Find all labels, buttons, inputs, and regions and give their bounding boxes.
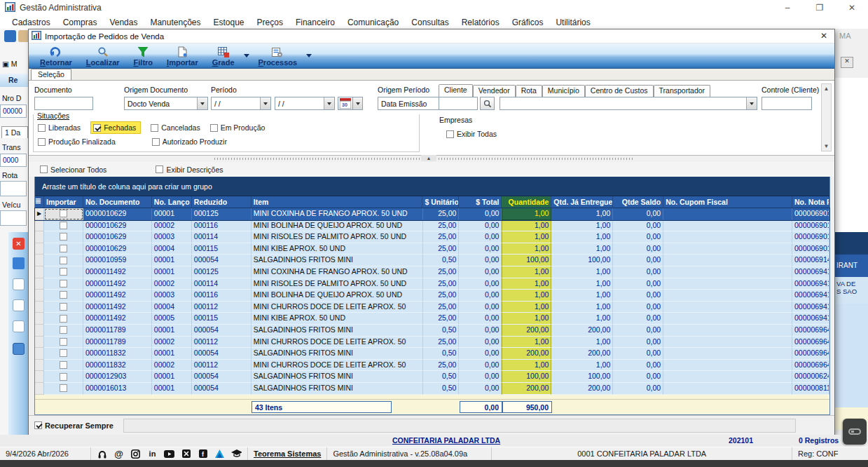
page-icon[interactable] <box>13 320 25 332</box>
row-selector[interactable] <box>35 337 44 348</box>
search-icon[interactable] <box>480 97 495 110</box>
restore-button[interactable]: ❐ <box>804 0 836 15</box>
entity-tab-municipio[interactable]: Município <box>542 85 585 97</box>
facebook-icon[interactable]: f <box>198 449 208 459</box>
processos-button[interactable]: Processos <box>252 43 305 68</box>
row-selector[interactable] <box>35 313 44 325</box>
table-row[interactable]: 000001601300001000054SALGADINHOS FRITOS … <box>35 383 829 395</box>
controle-cliente-input[interactable] <box>762 97 812 110</box>
situacao-checkbox-em-producao[interactable]: Em Produção <box>210 123 266 132</box>
menu-item-graficos[interactable]: Gráficos <box>506 18 550 27</box>
menu-item-vendas[interactable]: Vendas <box>103 18 144 27</box>
checkbox-box[interactable] <box>60 326 67 334</box>
checkbox-box[interactable] <box>446 130 454 138</box>
table-row[interactable]: 000001149200002000114MINI RISOLES DE PAL… <box>35 278 829 290</box>
table-row[interactable]: ▶000001062900001000125MINI COXINHA DE FR… <box>35 208 829 220</box>
origem-documento-select[interactable]: Docto Venda <box>124 97 208 110</box>
column-header-red[interactable]: Reduzido <box>192 196 252 208</box>
close-box-fragment[interactable]: ✕ <box>841 57 853 68</box>
building-icon[interactable] <box>4 30 16 42</box>
table-row[interactable]: 000001149200001000125MINI COXINHA DE FRA… <box>35 266 829 278</box>
menu-item-consultas[interactable]: Consultas <box>405 18 455 27</box>
checkbox-box[interactable] <box>60 349 67 357</box>
menu-item-cadastros[interactable]: Cadastros <box>6 18 57 27</box>
instagram-icon[interactable] <box>130 449 141 459</box>
importar-checkbox[interactable] <box>44 371 83 383</box>
row-selector[interactable] <box>35 348 44 360</box>
importar-checkbox[interactable] <box>44 266 83 278</box>
table-row[interactable]: 000001149200005000115MINI KIBE APROX. 50… <box>35 313 829 325</box>
situacao-checkbox-autorizado-produzir[interactable]: Autorizado Produzir <box>152 137 227 146</box>
input-fragment[interactable]: 0000 <box>0 154 27 167</box>
x-icon[interactable] <box>181 449 191 459</box>
checkbox-box[interactable] <box>210 124 218 132</box>
calendar-dropdown-icon[interactable] <box>352 97 363 110</box>
checkbox-box[interactable] <box>60 303 67 311</box>
column-header-cupom[interactable]: No. Cupom Fiscal <box>663 196 792 208</box>
importar-checkbox[interactable] <box>44 243 83 255</box>
table-row[interactable]: 000001095900001000054SALGADINHOS FRITOS … <box>35 255 829 266</box>
importar-checkbox[interactable] <box>44 231 83 243</box>
checkbox-box[interactable] <box>60 338 67 346</box>
exibir-todas-checkbox[interactable]: Exibir Todas <box>446 130 497 138</box>
input-fragment[interactable]: 00000 <box>0 104 27 118</box>
situacao-checkbox-fechadas[interactable]: Fechadas <box>90 121 141 134</box>
row-selector[interactable] <box>35 371 44 383</box>
exibir-descricoes-checkbox[interactable]: Exibir Descrições <box>156 165 223 174</box>
close-doc-icon[interactable]: ✕ <box>13 238 25 250</box>
row-selector[interactable] <box>35 383 44 395</box>
entity-tab-centro-de-custos[interactable]: Centro de Custos <box>585 85 654 97</box>
checkbox-box[interactable] <box>60 361 67 369</box>
row-selector[interactable] <box>35 302 44 313</box>
linkedin-icon[interactable]: in <box>147 449 158 459</box>
row-selector[interactable] <box>35 243 44 255</box>
teorema-triangle-icon[interactable] <box>214 449 225 459</box>
importar-checkbox[interactable] <box>44 360 83 372</box>
menu-item-comunicacao[interactable]: Comunicação <box>341 18 405 27</box>
column-header-doc[interactable]: No. Documento <box>83 196 152 208</box>
selecionar-todos-checkbox[interactable]: Selecionar Todos <box>40 165 106 174</box>
situacao-checkbox-canceladas[interactable]: Canceladas <box>151 123 200 132</box>
column-header-entregue[interactable]: Qtd. Já Entregue <box>551 196 613 208</box>
column-header-item[interactable]: Item <box>252 196 423 208</box>
importar-checkbox[interactable] <box>44 383 83 395</box>
recuperar-sempre-checkbox[interactable]: Recuperar Sempre <box>34 421 113 430</box>
checkbox-box[interactable] <box>60 384 67 392</box>
user-icon[interactable] <box>18 30 28 42</box>
importar-checkbox[interactable] <box>44 290 83 302</box>
importar-checkbox[interactable] <box>44 337 83 348</box>
documento-input[interactable] <box>34 97 93 110</box>
grade-dropdown-icon[interactable] <box>242 43 252 68</box>
row-selector[interactable] <box>35 266 44 278</box>
table-row[interactable]: 000001149200004000112MINI CHURROS DOCE D… <box>35 302 829 313</box>
checkbox-box[interactable] <box>60 280 67 287</box>
column-header-qtd[interactable]: Quantidade <box>502 196 551 208</box>
cliente-code-input[interactable] <box>439 97 478 110</box>
menu-item-precos[interactable]: Preços <box>251 18 289 27</box>
menu-item-relatorios[interactable]: Relatórios <box>455 18 506 27</box>
page-icon[interactable] <box>13 278 25 290</box>
column-header-unit[interactable]: $ Unitário <box>422 196 459 208</box>
table-row[interactable]: 000001183200002000112MINI CHURROS DOCE D… <box>35 360 829 372</box>
chevron-down-icon[interactable] <box>324 97 334 109</box>
column-header-nota[interactable]: No. Nota F <box>792 196 829 208</box>
grid-small-icon[interactable] <box>13 343 25 355</box>
collapse-up-icon[interactable]: ▲ <box>421 155 436 161</box>
column-header-importar[interactable]: Importar <box>44 196 83 208</box>
scroll-down-icon[interactable]: ▼ <box>822 142 831 151</box>
at-icon[interactable]: @ <box>113 449 124 459</box>
checkbox-box[interactable] <box>60 315 67 323</box>
tab-fragment[interactable]: 1 Da <box>1 126 28 138</box>
checkbox-box[interactable] <box>38 138 46 146</box>
entity-tab-cliente[interactable]: Cliente <box>439 84 473 97</box>
row-selector[interactable] <box>35 360 44 372</box>
column-header-saldo[interactable]: Qtde Saldo <box>613 196 663 208</box>
graduation-cap-icon[interactable] <box>231 449 242 459</box>
processos-dropdown-icon[interactable] <box>304 43 314 68</box>
grid-group-hint[interactable]: Arraste um título de coluna aqui para cr… <box>35 177 829 196</box>
menu-item-financeiro[interactable]: Financeiro <box>289 18 341 27</box>
scroll-up-icon[interactable]: ▲ <box>822 84 831 93</box>
checkbox-box[interactable] <box>152 138 160 146</box>
localizar-button[interactable]: Localizar <box>79 43 127 68</box>
checkbox-box[interactable] <box>93 124 101 132</box>
